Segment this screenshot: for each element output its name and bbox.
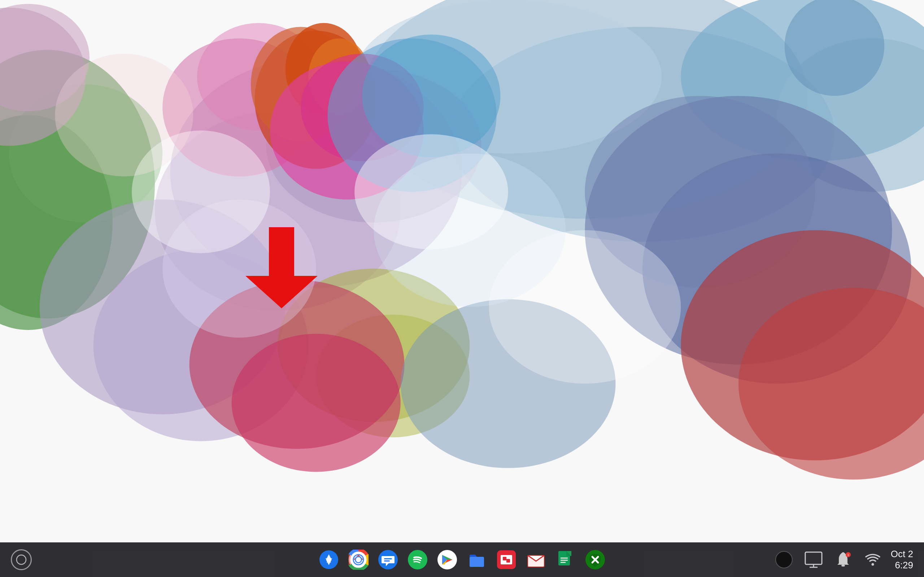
notification-bell-icon: 1 [835, 551, 851, 568]
svg-rect-66 [503, 557, 506, 561]
wallpaper [0, 0, 924, 577]
red-arrow-indicator [246, 224, 318, 310]
svg-point-42 [489, 230, 681, 384]
svg-rect-63 [470, 557, 484, 567]
svg-rect-54 [384, 558, 392, 559]
desktop: 1 Oct 2 6:29 [0, 0, 924, 577]
gmail-icon [526, 550, 546, 570]
roblox-icon [496, 550, 517, 570]
launcher-button[interactable] [11, 549, 32, 570]
spotify-icon [407, 550, 428, 570]
svg-point-6 [785, 0, 885, 96]
wifi-icon [865, 552, 881, 567]
assistant-app-icon[interactable] [317, 548, 340, 571]
launcher-icon [16, 554, 27, 565]
taskbar-left [11, 549, 32, 570]
datetime-display[interactable]: Oct 2 6:29 [891, 548, 913, 571]
taskbar: 1 Oct 2 6:29 [0, 542, 924, 577]
svg-point-84 [871, 563, 874, 566]
svg-rect-81 [842, 565, 845, 567]
svg-rect-75 [561, 560, 568, 561]
svg-marker-44 [246, 276, 318, 308]
sheets-app-icon[interactable] [554, 548, 577, 571]
svg-rect-74 [561, 558, 568, 559]
gmail-app-icon[interactable] [525, 548, 548, 571]
svg-rect-78 [805, 552, 822, 564]
taskbar-right: 1 Oct 2 6:29 [772, 548, 913, 571]
taskbar-center [317, 548, 607, 571]
svg-point-41 [354, 134, 508, 249]
xbox-icon [585, 550, 605, 570]
svg-rect-76 [561, 562, 565, 563]
wifi-icon-button[interactable] [861, 548, 884, 571]
svg-point-52 [356, 557, 361, 562]
google-play-icon [437, 550, 457, 570]
screen-indicator[interactable] [772, 548, 795, 571]
display-icon-svg [804, 551, 822, 568]
spotify-app-icon[interactable] [406, 548, 429, 571]
sheets-icon [556, 550, 576, 570]
svg-text:1: 1 [847, 553, 849, 557]
chrome-app-icon[interactable] [347, 548, 370, 571]
display-icon[interactable] [802, 548, 825, 571]
svg-point-28 [232, 334, 401, 472]
chrome-icon [348, 550, 368, 570]
date-display: Oct 2 [891, 548, 913, 560]
svg-point-45 [16, 555, 26, 564]
chat-app-icon[interactable] [376, 548, 399, 571]
notification-icon-button[interactable]: 1 [832, 548, 855, 571]
files-app-icon[interactable] [465, 548, 488, 571]
files-icon [467, 550, 487, 570]
roblox-app-icon[interactable] [495, 548, 518, 571]
chat-icon [378, 550, 398, 570]
xbox-app-icon[interactable] [584, 548, 607, 571]
assistant-icon [319, 550, 339, 569]
svg-rect-43 [269, 227, 294, 278]
svg-rect-55 [384, 561, 390, 561]
time-display: 6:29 [895, 560, 913, 571]
svg-rect-67 [506, 559, 510, 562]
google-play-app-icon[interactable] [436, 548, 459, 571]
